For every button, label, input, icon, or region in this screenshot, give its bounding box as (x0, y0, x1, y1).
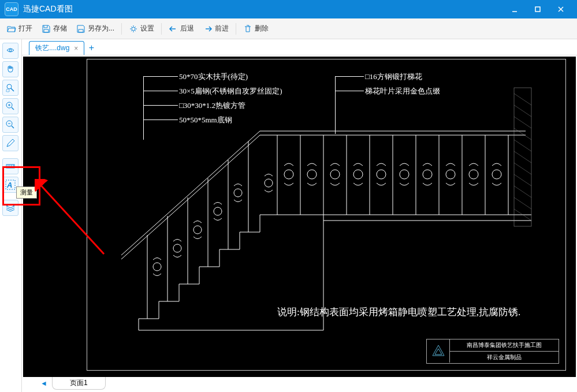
svg-line-26 (121, 131, 260, 255)
svg-point-56 (353, 170, 363, 179)
forward-button[interactable]: 前进 (200, 21, 232, 36)
undo-icon (169, 24, 178, 33)
pencil-tool[interactable] (2, 135, 18, 151)
svg-point-61 (469, 170, 478, 179)
titleblock-logo (427, 339, 450, 363)
delete-button[interactable]: 删除 (240, 21, 272, 36)
svg-line-75 (39, 184, 104, 254)
open-label: 打开 (18, 24, 32, 33)
save-icon (42, 24, 51, 33)
svg-point-74 (265, 179, 273, 187)
svg-point-72 (214, 207, 222, 215)
svg-point-60 (446, 170, 455, 179)
title-block: 南昌博泰集团铁艺扶手施工图 祥云金属制品 (426, 339, 559, 364)
svg-point-62 (492, 170, 501, 179)
file-tab[interactable]: 铁艺....dwg × (29, 41, 84, 55)
toolbar: 打开 存储 另存为... 设置 后退 前进 删除 (0, 18, 577, 39)
pan-tool[interactable] (2, 61, 18, 77)
zoom-out-tool[interactable] (2, 117, 18, 133)
titleblock-company: 祥云金属制品 (450, 351, 559, 363)
drawing-note: 说明:钢结构表面均采用烤箱静电喷塑工艺处理,抗腐防锈. (277, 305, 520, 319)
svg-rect-1 (535, 7, 540, 12)
zoom-in-tool[interactable] (2, 98, 18, 114)
svg-line-31 (514, 94, 531, 105)
trash-icon (243, 24, 252, 33)
svg-point-69 (153, 263, 161, 271)
tab-close-icon[interactable]: × (74, 44, 78, 53)
svg-point-55 (330, 170, 340, 179)
sheet-tab[interactable]: 页面1 (52, 377, 106, 390)
sheet-prev-button[interactable]: ◄ (40, 379, 47, 387)
app-title: 迅捷CAD看图 (23, 4, 73, 14)
svg-point-58 (400, 170, 409, 179)
svg-line-38 (514, 174, 531, 186)
delete-label: 删除 (255, 24, 269, 33)
titleblock-title: 南昌博泰集团铁艺扶手施工图 (450, 339, 559, 351)
svg-point-4 (132, 27, 135, 31)
settings-button[interactable]: 设置 (125, 21, 158, 36)
open-button[interactable]: 打开 (3, 21, 36, 36)
side-toolbar: A (0, 39, 22, 392)
settings-label: 设置 (140, 24, 154, 33)
saveas-icon (76, 24, 85, 33)
pointer-tool[interactable] (2, 43, 18, 59)
svg-point-71 (193, 226, 202, 234)
svg-line-36 (514, 151, 531, 163)
svg-line-37 (514, 163, 531, 174)
svg-line-39 (514, 186, 531, 197)
zoom-window-tool[interactable] (2, 80, 18, 96)
svg-point-70 (173, 244, 181, 252)
svg-line-10 (12, 107, 14, 110)
file-tabs: 铁艺....dwg × + (22, 39, 577, 55)
svg-line-35 (514, 140, 531, 151)
saveas-button[interactable]: 另存为... (73, 21, 118, 36)
close-button[interactable] (549, 0, 572, 18)
app-logo: CAD (5, 2, 18, 16)
svg-line-27 (121, 135, 260, 259)
back-button[interactable]: 后退 (165, 21, 198, 36)
folder-open-icon (7, 24, 16, 33)
add-tab-button[interactable]: + (84, 41, 98, 55)
back-label: 后退 (180, 24, 194, 33)
save-button[interactable]: 存储 (38, 21, 70, 36)
maximize-button[interactable] (526, 0, 549, 18)
svg-line-40 (514, 197, 531, 209)
svg-line-33 (514, 117, 531, 128)
svg-point-73 (234, 189, 242, 197)
titlebar: CAD 迅捷CAD看图 (0, 0, 577, 18)
measure-tooltip: 测量 (16, 186, 37, 199)
svg-point-6 (7, 84, 12, 89)
file-tab-label: 铁艺....dwg (35, 43, 69, 53)
svg-line-32 (514, 105, 531, 117)
saveas-label: 另存为... (88, 24, 114, 33)
redo-icon (203, 24, 213, 33)
forward-label: 前进 (215, 24, 229, 33)
svg-point-53 (284, 170, 293, 179)
svg-rect-8 (6, 89, 9, 92)
sheet-tabs: ◄ 页面1 (23, 377, 576, 390)
minimize-button[interactable] (503, 0, 526, 18)
svg-point-54 (307, 170, 317, 179)
drawing-content: 50*70实木扶手(待定) 30×5扁钢(不锈钢自攻罗丝固定) □30*30*1… (87, 59, 566, 371)
svg-line-34 (514, 128, 531, 140)
svg-line-14 (12, 126, 14, 128)
svg-point-5 (9, 49, 12, 51)
svg-line-7 (11, 88, 14, 91)
gear-icon (129, 24, 138, 33)
svg-point-57 (377, 170, 386, 179)
save-label: 存储 (53, 24, 67, 33)
svg-point-59 (423, 170, 432, 179)
